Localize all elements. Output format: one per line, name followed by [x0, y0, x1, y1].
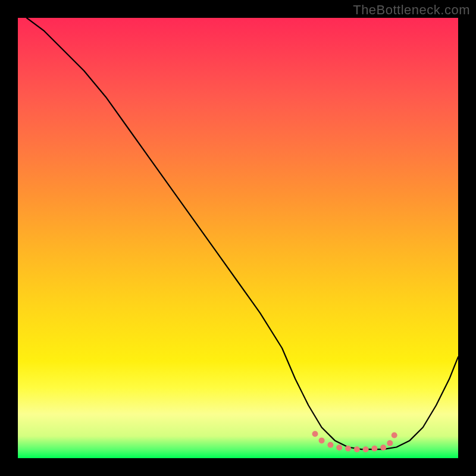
- optimal-zone-markers: [312, 431, 397, 452]
- marker-point: [312, 431, 318, 437]
- marker-point: [387, 440, 393, 446]
- chart-svg: [18, 18, 458, 458]
- marker-point: [354, 446, 360, 452]
- bottleneck-curve-line: [27, 18, 458, 449]
- marker-point: [371, 446, 377, 452]
- marker-point: [319, 437, 325, 443]
- marker-point: [392, 433, 397, 439]
- marker-point: [363, 446, 369, 452]
- marker-point: [327, 442, 333, 448]
- marker-point: [380, 444, 386, 450]
- marker-point: [336, 444, 342, 450]
- marker-point: [345, 446, 351, 452]
- watermark-text: TheBottleneck.com: [353, 2, 470, 18]
- chart-plot-area: [18, 18, 458, 458]
